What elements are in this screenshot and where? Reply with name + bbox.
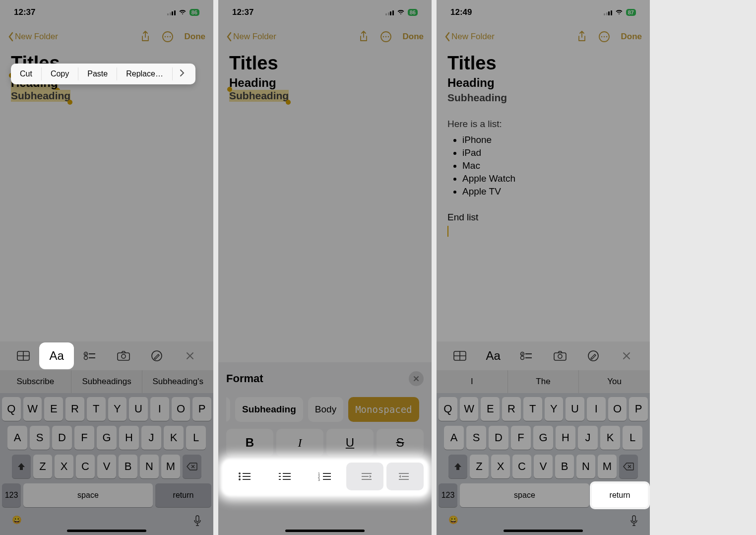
key-n[interactable]: N: [576, 455, 595, 478]
key-p[interactable]: P: [629, 397, 648, 421]
style-selector[interactable]: ding Subheading Body Monospaced: [226, 397, 424, 422]
home-indicator[interactable]: [504, 530, 583, 532]
menu-paste[interactable]: Paste: [78, 64, 117, 84]
underline-button[interactable]: U: [326, 429, 374, 457]
key-u[interactable]: U: [129, 397, 148, 421]
key-z[interactable]: Z: [470, 455, 489, 478]
back-button[interactable]: New Folder: [444, 32, 495, 42]
key-g[interactable]: G: [533, 426, 553, 450]
return-key[interactable]: return: [592, 483, 648, 507]
numbered-list-icon[interactable]: 123: [307, 463, 344, 490]
key-h[interactable]: H: [556, 426, 575, 450]
key-o[interactable]: O: [172, 397, 190, 421]
markup-icon[interactable]: [579, 345, 608, 366]
menu-replace[interactable]: Replace…: [117, 64, 172, 84]
text-format-icon[interactable]: Aa: [42, 345, 71, 366]
done-button[interactable]: Done: [185, 32, 206, 42]
close-icon[interactable]: [612, 345, 641, 366]
key-y[interactable]: Y: [545, 397, 564, 421]
space-key[interactable]: space: [23, 483, 153, 507]
key-f[interactable]: F: [511, 426, 531, 450]
key-a[interactable]: A: [7, 426, 27, 450]
key-m[interactable]: M: [161, 455, 180, 478]
close-icon[interactable]: [176, 345, 204, 366]
space-key[interactable]: space: [460, 483, 589, 507]
key-t[interactable]: T: [87, 397, 106, 421]
key-e[interactable]: E: [481, 397, 500, 421]
shift-key[interactable]: [448, 455, 467, 478]
style-monospaced[interactable]: Monospaced: [348, 397, 419, 422]
share-icon[interactable]: [576, 30, 587, 43]
key-d[interactable]: D: [52, 426, 72, 450]
italic-button[interactable]: I: [276, 429, 323, 457]
key-q[interactable]: Q: [439, 397, 457, 421]
style-heading-partial[interactable]: ding: [226, 397, 230, 422]
delete-key[interactable]: [183, 455, 201, 478]
suggestion-2[interactable]: The: [508, 370, 579, 393]
key-e[interactable]: E: [44, 397, 63, 421]
key-n[interactable]: N: [140, 455, 159, 478]
key-k[interactable]: K: [600, 426, 620, 450]
dictation-icon[interactable]: [193, 515, 201, 528]
suggestion-3[interactable]: You: [579, 370, 650, 393]
back-button[interactable]: New Folder: [226, 32, 276, 42]
key-q[interactable]: Q: [2, 397, 21, 421]
key-r[interactable]: R: [65, 397, 84, 421]
camera-icon[interactable]: [546, 345, 574, 366]
checklist-icon[interactable]: [75, 345, 104, 366]
style-subheading[interactable]: Subheading: [235, 397, 303, 422]
key-i[interactable]: I: [150, 397, 169, 421]
key-b[interactable]: B: [119, 455, 137, 478]
key-j[interactable]: J: [578, 426, 598, 450]
share-icon[interactable]: [140, 30, 151, 43]
key-m[interactable]: M: [598, 455, 617, 478]
home-indicator[interactable]: [67, 530, 146, 532]
dash-list-icon[interactable]: [266, 463, 304, 490]
done-button[interactable]: Done: [621, 32, 642, 42]
key-s[interactable]: S: [466, 426, 486, 450]
key-r[interactable]: R: [502, 397, 521, 421]
return-key[interactable]: return: [155, 483, 211, 507]
key-z[interactable]: Z: [33, 455, 52, 478]
menu-more[interactable]: [173, 69, 191, 79]
table-icon[interactable]: [9, 345, 38, 366]
more-icon[interactable]: [598, 31, 610, 43]
key-f[interactable]: F: [74, 426, 94, 450]
number-key[interactable]: 123: [439, 483, 457, 507]
strikethrough-button[interactable]: S: [377, 429, 424, 457]
key-k[interactable]: K: [164, 426, 184, 450]
key-i[interactable]: I: [587, 397, 606, 421]
indent-icon[interactable]: [386, 463, 424, 490]
suggestion-3[interactable]: Subheading's: [142, 370, 213, 393]
menu-copy[interactable]: Copy: [42, 64, 78, 84]
key-d[interactable]: D: [489, 426, 508, 450]
key-l[interactable]: L: [186, 426, 206, 450]
share-icon[interactable]: [358, 30, 369, 43]
key-x[interactable]: X: [55, 455, 73, 478]
shift-key[interactable]: [12, 455, 31, 478]
delete-key[interactable]: [619, 455, 638, 478]
key-w[interactable]: W: [23, 397, 42, 421]
key-c[interactable]: C: [512, 455, 531, 478]
key-o[interactable]: O: [608, 397, 627, 421]
menu-cut[interactable]: Cut: [11, 64, 41, 84]
done-button[interactable]: Done: [403, 32, 424, 42]
emoji-icon[interactable]: 😀: [12, 515, 22, 528]
dictation-icon[interactable]: [630, 515, 638, 528]
key-y[interactable]: Y: [108, 397, 127, 421]
text-format-icon[interactable]: Aa: [479, 345, 507, 366]
key-a[interactable]: A: [444, 426, 464, 450]
bold-button[interactable]: B: [226, 429, 273, 457]
suggestion-2[interactable]: Subheadings: [71, 370, 143, 393]
note-content[interactable]: Titles Heading Subheading: [218, 49, 432, 106]
key-w[interactable]: W: [460, 397, 479, 421]
outdent-icon[interactable]: [346, 463, 383, 490]
camera-icon[interactable]: [109, 345, 138, 366]
suggestion-1[interactable]: I: [437, 370, 508, 393]
key-s[interactable]: S: [30, 426, 50, 450]
key-g[interactable]: G: [97, 426, 117, 450]
key-t[interactable]: T: [523, 397, 542, 421]
emoji-icon[interactable]: 😀: [448, 515, 458, 528]
key-b[interactable]: B: [555, 455, 574, 478]
key-c[interactable]: C: [76, 455, 95, 478]
